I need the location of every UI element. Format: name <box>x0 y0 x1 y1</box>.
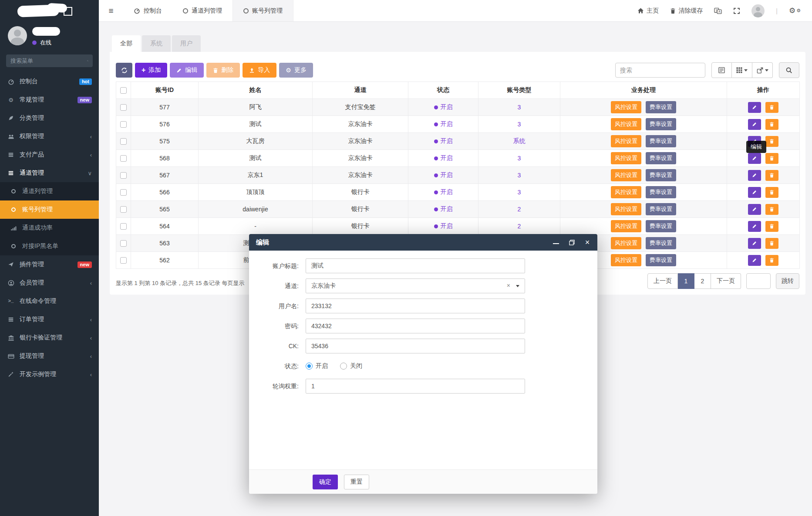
row-checkbox[interactable] <box>120 240 127 247</box>
fullscreen-icon[interactable] <box>733 7 740 14</box>
modal-header[interactable]: 编辑 × <box>249 234 597 251</box>
tab-system[interactable]: 系统 <box>142 35 171 52</box>
rate-settings-button[interactable]: 费率设置 <box>646 118 676 130</box>
page-2-button[interactable]: 2 <box>694 273 711 289</box>
row-delete-button[interactable] <box>765 170 778 181</box>
page-1-button[interactable]: 1 <box>678 273 694 289</box>
sidebar-item-channel-list[interactable]: 通道列管理 <box>0 182 99 200</box>
sidebar-item-category[interactable]: 分类管理 <box>0 109 99 127</box>
row-delete-button[interactable] <box>765 119 778 130</box>
rate-settings-button[interactable]: 费率设置 <box>646 135 676 147</box>
row-edit-button[interactable] <box>748 102 761 113</box>
translate-icon[interactable]: 文A <box>714 7 722 14</box>
risk-settings-button[interactable]: 风控设置 <box>611 220 641 232</box>
status-off-radio[interactable]: 关闭 <box>340 362 362 370</box>
navtab-account-list[interactable]: 账号列管理 <box>232 0 293 21</box>
sidebar-item-dashboard[interactable]: 控制台 hot <box>0 72 99 91</box>
rate-settings-button[interactable]: 费率设置 <box>646 203 676 215</box>
maximize-icon[interactable] <box>569 239 575 245</box>
prev-page-button[interactable]: 上一页 <box>647 273 678 289</box>
rate-settings-button[interactable]: 费率设置 <box>646 220 676 232</box>
export-button[interactable] <box>752 62 773 78</box>
row-checkbox[interactable] <box>120 172 127 179</box>
account-title-input[interactable] <box>306 258 525 273</box>
row-checkbox[interactable] <box>120 121 127 128</box>
sidebar-search[interactable] <box>6 54 93 67</box>
row-delete-button[interactable] <box>765 136 778 147</box>
row-checkbox[interactable] <box>120 189 127 196</box>
row-delete-button[interactable] <box>765 221 778 232</box>
sidebar-item-channel-mgmt[interactable]: 通道管理 ∨ <box>0 164 99 182</box>
clear-cache-link[interactable]: 清除缓存 <box>670 7 703 15</box>
rate-settings-button[interactable]: 费率设置 <box>646 101 676 113</box>
settings-gears-icon[interactable]: ⚙⚙ <box>789 6 801 15</box>
table-search-input[interactable] <box>615 63 705 78</box>
navtab-channel-list[interactable]: 通道列管理 <box>172 0 232 21</box>
username-input[interactable] <box>306 299 525 313</box>
sidebar-item-bankcard-verify[interactable]: 银行卡验证管理 ‹ <box>0 329 99 347</box>
delete-button[interactable]: 删除 <box>206 63 240 78</box>
rate-settings-button[interactable]: 费率设置 <box>646 186 676 198</box>
sidebar-search-input[interactable] <box>10 58 87 64</box>
detail-view-button[interactable] <box>711 62 732 78</box>
risk-settings-button[interactable]: 风控设置 <box>611 203 641 215</box>
minimize-icon[interactable] <box>553 241 559 244</box>
channel-select[interactable] <box>306 278 525 293</box>
hamburger-menu-icon[interactable]: ≡ <box>99 0 123 21</box>
row-checkbox[interactable] <box>120 257 127 264</box>
navtab-dashboard[interactable]: 控制台 <box>123 0 172 21</box>
jump-button[interactable]: 跳转 <box>776 273 799 289</box>
row-delete-button[interactable] <box>765 187 778 198</box>
row-edit-button[interactable] <box>748 238 761 249</box>
row-delete-button[interactable] <box>765 204 778 215</box>
next-page-button[interactable]: 下一页 <box>711 273 741 289</box>
row-delete-button[interactable] <box>765 153 778 164</box>
rate-settings-button[interactable]: 费率设置 <box>646 152 676 164</box>
rate-settings-button[interactable]: 费率设置 <box>646 169 676 181</box>
page-jump-input[interactable] <box>746 273 771 289</box>
row-edit-button[interactable] <box>748 170 761 181</box>
risk-settings-button[interactable]: 风控设置 <box>611 254 641 266</box>
navbar-avatar[interactable] <box>751 4 765 17</box>
ck-input[interactable] <box>306 339 525 353</box>
rate-settings-button[interactable]: 费率设置 <box>646 237 676 249</box>
row-edit-button[interactable] <box>748 255 761 266</box>
sidebar-item-account-list[interactable]: 账号列管理 <box>0 200 99 219</box>
add-button[interactable]: +添加 <box>135 63 167 78</box>
select-all-checkbox[interactable] <box>120 87 127 94</box>
sidebar-item-general[interactable]: ⚙ 常规管理 new <box>0 91 99 109</box>
weight-input[interactable] <box>306 379 525 394</box>
row-edit-button[interactable] <box>748 119 761 130</box>
risk-settings-button[interactable]: 风控设置 <box>611 169 641 181</box>
risk-settings-button[interactable]: 风控设置 <box>611 118 641 130</box>
row-edit-button[interactable] <box>748 153 761 164</box>
sidebar-item-online-commands[interactable]: >_ 在线命令管理 <box>0 292 99 310</box>
row-checkbox[interactable] <box>120 104 127 111</box>
user-avatar[interactable] <box>8 26 27 45</box>
row-delete-button[interactable] <box>765 255 778 266</box>
status-on-radio[interactable]: 开启 <box>306 362 328 370</box>
row-checkbox[interactable] <box>120 138 127 145</box>
row-edit-button[interactable] <box>748 221 761 232</box>
clear-selection-icon[interactable]: × <box>507 282 510 289</box>
risk-settings-button[interactable]: 风控设置 <box>611 237 641 249</box>
import-button[interactable]: 导入 <box>243 63 276 78</box>
row-checkbox[interactable] <box>120 223 127 230</box>
more-button[interactable]: ⚙更多 <box>279 63 313 78</box>
row-delete-button[interactable] <box>765 238 778 249</box>
sidebar-item-withdrawals[interactable]: 提现管理 ‹ <box>0 347 99 365</box>
reset-button[interactable]: 重置 <box>344 475 369 489</box>
sidebar-item-plugins[interactable]: 插件管理 new <box>0 255 99 274</box>
close-icon[interactable]: × <box>584 239 590 245</box>
refresh-button[interactable] <box>116 63 132 78</box>
sidebar-item-dev-examples[interactable]: 开发示例管理 ‹ <box>0 365 99 384</box>
risk-settings-button[interactable]: 风控设置 <box>611 135 641 147</box>
tab-all[interactable]: 全部 <box>112 35 141 52</box>
row-edit-button[interactable] <box>748 204 761 215</box>
sidebar-item-permissions[interactable]: 权限管理 ‹ <box>0 127 99 146</box>
confirm-button[interactable]: 确定 <box>313 475 338 489</box>
rate-settings-button[interactable]: 费率设置 <box>646 254 676 266</box>
sidebar-item-orders[interactable]: 订单管理 ‹ <box>0 310 99 329</box>
home-link[interactable]: 主页 <box>637 7 659 15</box>
sidebar-item-channel-success-rate[interactable]: 通道成功率 <box>0 219 99 237</box>
